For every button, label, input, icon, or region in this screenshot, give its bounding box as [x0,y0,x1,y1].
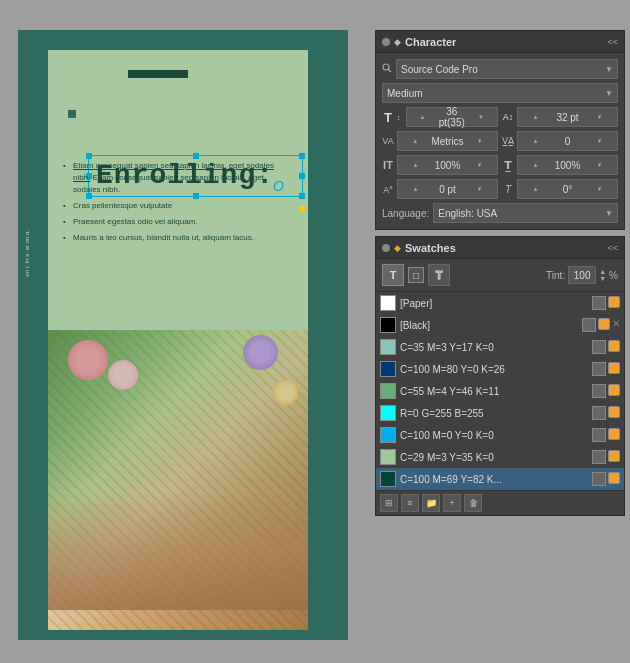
skew-up[interactable]: ▲ [520,186,551,192]
swatch-cmyk-icon-0 [592,296,606,310]
character-panel-collapse[interactable]: << [607,37,618,47]
selection-handle-tm[interactable] [193,153,199,159]
doc-bullet-2: Cras pellentesque vulputate [63,200,293,212]
swatch-item-5[interactable]: R=0 G=255 B=255 [376,402,624,424]
swatch-color-3 [380,361,396,377]
dark-bar-decoration [128,70,188,78]
swatch-cmyk-icon-6 [592,428,606,442]
hscale-down[interactable]: ▼ [464,162,495,168]
swatches-list-view-button[interactable]: ≡ [401,494,419,512]
baseline-input[interactable]: ▲ 0 pt ▼ [397,179,498,199]
swatch-color-7 [380,449,396,465]
swatches-new-swatch-button[interactable]: + [443,494,461,512]
swatch-item-3[interactable]: C=100 M=80 Y=0 K=26 [376,358,624,380]
leading-group: A↕ ▲ 32 pt ▼ [502,107,618,127]
hscale-up[interactable]: ▲ [400,162,431,168]
swatch-action-icons-7 [592,450,620,464]
hscale-icon: IT [382,159,394,171]
tracking-group: V̲A̲ ▲ 0 ▼ [502,131,618,151]
swatch-item-0[interactable]: [Paper] [376,292,624,314]
font-size-down[interactable]: ▼ [467,114,495,120]
vscale-up[interactable]: ▲ [520,162,551,168]
swatch-item-6[interactable]: C=100 M=0 Y=0 K=0 [376,424,624,446]
language-dropdown[interactable]: English: USA ▼ [433,203,618,223]
tint-down-arrow[interactable]: ▼ [599,275,606,282]
search-icon [382,63,392,73]
leading-up[interactable]: ▲ [520,114,551,120]
tracking-down[interactable]: ▼ [584,138,615,144]
vscale-input[interactable]: ▲ 100% ▼ [517,155,618,175]
swatch-item-8[interactable]: C=100 M=69 Y=82 K... [376,468,624,490]
panel-header-left: ◆ Character [382,36,456,48]
new-swatch-icon: + [449,498,454,508]
skew-input[interactable]: ▲ 0° ▼ [517,179,618,199]
swatches-grid-view-button[interactable]: ⊞ [380,494,398,512]
swatch-type-icon-0 [608,296,620,308]
swatch-type-icon-6 [608,428,620,440]
leading-input[interactable]: ▲ 32 pt ▼ [517,107,618,127]
swatches-panel-header: ◆ Swatches << [376,237,624,259]
text-stroke-icon: T [436,269,443,281]
tint-area: Tint: 100 ▲ ▼ % [546,266,618,284]
baseline-down[interactable]: ▼ [464,186,495,192]
swatches-panel-collapse[interactable]: << [607,243,618,253]
swatch-action-icons-4 [592,384,620,398]
tint-up-arrow[interactable]: ▲ [599,268,606,275]
font-size-input[interactable]: ▲ 36 pt(35) ▼ [406,107,499,127]
swatch-delete-1[interactable]: ✕ [612,318,620,332]
document-page: O Enrolling: Etiam consequat sapien sed … [48,50,308,630]
skew-icon: T [502,184,514,195]
swatch-type-icon-1 [598,318,610,330]
swatches-header-left: ◆ Swatches [382,242,456,254]
stroke-button[interactable]: □ [408,267,424,283]
baseline-up[interactable]: ▲ [400,186,431,192]
selection-handle-tl[interactable] [86,153,92,159]
language-row: Language: English: USA ▼ [382,203,618,223]
selection-handle-tr[interactable] [299,153,305,159]
swatches-toolbar: T □ T Tint: 100 ▲ ▼ % [376,259,624,292]
tint-input[interactable]: 100 [568,266,596,284]
character-panel-header: ◆ Character << [376,31,624,53]
text-stroke-button[interactable]: T [428,264,450,286]
tint-label: Tint: [546,270,565,281]
chevron-down-icon-2: ▼ [605,89,613,98]
tracking-icon: V̲A̲ [502,136,514,146]
character-panel-close[interactable] [382,38,390,46]
kerning-up[interactable]: ▲ [400,138,430,144]
vscale-down[interactable]: ▼ [584,162,615,168]
swatch-item-1[interactable]: [Black]✕ [376,314,624,336]
swatch-action-icons-2 [592,340,620,354]
green-section: O Enrolling: Etiam consequat sapien sed … [48,50,308,330]
text-fill-button[interactable]: T [382,264,404,286]
swatch-item-2[interactable]: C=35 M=3 Y=17 K=0 [376,336,624,358]
tracking-input[interactable]: ▲ 0 ▼ [517,131,618,151]
font-family-dropdown[interactable]: Source Code Pro ▼ [396,59,618,79]
font-size-subicon: ↕ [397,114,401,121]
swatches-new-folder-button[interactable]: 📁 [422,494,440,512]
swatches-delete-button[interactable]: 🗑 [464,494,482,512]
new-folder-icon: 📁 [426,498,437,508]
text-fill-icon: T [390,269,397,281]
swatch-item-7[interactable]: C=29 M=3 Y=35 K=0 [376,446,624,468]
kerning-dropdown[interactable]: ▲ Metrics ▼ [397,131,498,151]
hscale-input[interactable]: ▲ 100% ▼ [397,155,498,175]
swatch-list: [Paper][Black]✕C=35 M=3 Y=17 K=0C=100 M=… [376,292,624,490]
doc-title-text: Enrolling: [96,160,348,191]
swatch-name-8: C=100 M=69 Y=82 K... [400,474,588,485]
baseline-skew-row: Aa ▲ 0 pt ▼ T ▲ 0° ▼ [382,179,618,199]
swatch-item-4[interactable]: C=55 M=4 Y=46 K=11 [376,380,624,402]
swatch-action-icons-0 [592,296,620,310]
language-chevron-icon: ▼ [605,209,613,218]
selection-handle-br[interactable] [299,193,305,199]
font-style-dropdown[interactable]: Medium ▼ [382,83,618,103]
tracking-up[interactable]: ▲ [520,138,551,144]
tint-stepper[interactable]: ▲ ▼ [599,268,606,282]
leading-down[interactable]: ▼ [584,114,615,120]
kerning-down[interactable]: ▼ [465,138,495,144]
font-size-up[interactable]: ▲ [409,114,437,120]
swatches-panel-close[interactable] [382,244,390,252]
swatches-diamond-icon: ◆ [394,243,401,253]
skew-down[interactable]: ▼ [584,186,615,192]
swatch-color-4 [380,383,396,399]
swatch-action-icons-8 [592,472,620,486]
